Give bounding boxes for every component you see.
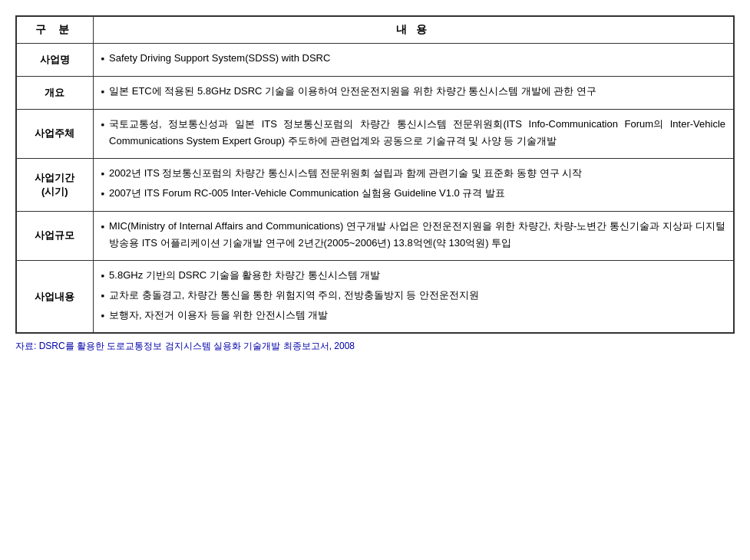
bullet-icon: ▪ (101, 117, 105, 134)
table-row: 사업규모▪MIC(Ministry of Internal Affairs an… (16, 211, 734, 261)
bullet-text: MIC(Ministry of Internal Affairs and Com… (109, 218, 725, 253)
row-content: ▪국토교통성, 정보통신성과 일본 ITS 정보통신포럼의 차량간 통신시스템 … (93, 109, 734, 159)
main-table: 구 분 내 용 사업명▪Safety Driving Support Syste… (15, 15, 735, 334)
row-label: 사업규모 (16, 211, 93, 261)
bullet-item: ▪교차로 충돌경고, 차량간 통신을 통한 위험지역 주의, 전방충돌방지 등 … (101, 287, 726, 305)
row-content: ▪일본 ETC에 적용된 5.8GHz DSRC 기술을 이용하여 안전운전지원… (93, 76, 734, 109)
bullet-icon: ▪ (101, 166, 105, 183)
row-content: ▪Safety Driving Support System(SDSS) wit… (93, 44, 734, 77)
row-label: 사업명 (16, 44, 93, 77)
bullet-icon: ▪ (101, 51, 105, 68)
bullet-item: ▪국토교통성, 정보통신성과 일본 ITS 정보통신포럼의 차량간 통신시스템 … (101, 116, 726, 151)
bullet-icon: ▪ (101, 268, 105, 285)
header-col2: 내 용 (93, 16, 734, 44)
table-row: 사업내용▪5.8GHz 기반의 DSRC 기술을 활용한 차량간 통신시스템 개… (16, 261, 734, 334)
table-row: 개요▪일본 ETC에 적용된 5.8GHz DSRC 기술을 이용하여 안전운전… (16, 76, 734, 109)
bullet-item: ▪보행자, 자전거 이용자 등을 위한 안전시스템 개발 (101, 307, 726, 325)
bullet-item: ▪일본 ETC에 적용된 5.8GHz DSRC 기술을 이용하여 안전운전지원… (101, 83, 726, 101)
bullet-item: ▪5.8GHz 기반의 DSRC 기술을 활용한 차량간 통신시스템 개발 (101, 267, 726, 285)
bullet-item: ▪2007년 ITS Forum RC-005 Inter-Vehicle Co… (101, 185, 726, 203)
header-col1: 구 분 (16, 16, 93, 44)
row-content: ▪2002년 ITS 정보통신포럼의 차량간 통신시스템 전문위원회 설립과 함… (93, 159, 734, 212)
bullet-text: 일본 ETC에 적용된 5.8GHz DSRC 기술을 이용하여 안전운전지원을… (109, 83, 596, 100)
row-label: 사업내용 (16, 261, 93, 334)
source-text: 자료: DSRC를 활용한 도로교통정보 검지시스템 실용화 기술개발 최종보고… (15, 340, 735, 353)
bullet-icon: ▪ (101, 288, 105, 305)
bullet-text: 보행자, 자전거 이용자 등을 위한 안전시스템 개발 (109, 307, 328, 324)
bullet-item: ▪MIC(Ministry of Internal Affairs and Co… (101, 218, 726, 253)
row-label: 개요 (16, 76, 93, 109)
bullet-icon: ▪ (101, 308, 105, 325)
bullet-text: 교차로 충돌경고, 차량간 통신을 통한 위험지역 주의, 전방충돌방지 등 안… (109, 287, 479, 305)
bullet-text: 5.8GHz 기반의 DSRC 기술을 활용한 차량간 통신시스템 개발 (109, 267, 380, 285)
bullet-icon: ▪ (101, 186, 105, 203)
table-row: 사업기간 (시기)▪2002년 ITS 정보통신포럼의 차량간 통신시스템 전문… (16, 159, 734, 212)
table-row: 사업명▪Safety Driving Support System(SDSS) … (16, 44, 734, 77)
row-content: ▪MIC(Ministry of Internal Affairs and Co… (93, 211, 734, 261)
table-row: 사업주체▪국토교통성, 정보통신성과 일본 ITS 정보통신포럼의 차량간 통신… (16, 109, 734, 159)
bullet-icon: ▪ (101, 219, 105, 236)
bullet-text: Safety Driving Support System(SDSS) with… (109, 50, 330, 68)
bullet-item: ▪2002년 ITS 정보통신포럼의 차량간 통신시스템 전문위원회 설립과 함… (101, 165, 726, 183)
main-container: 구 분 내 용 사업명▪Safety Driving Support Syste… (15, 15, 735, 353)
bullet-text: 국토교통성, 정보통신성과 일본 ITS 정보통신포럼의 차량간 통신시스템 전… (109, 116, 725, 151)
bullet-text: 2002년 ITS 정보통신포럼의 차량간 통신시스템 전문위원회 설립과 함께… (109, 165, 582, 183)
bullet-item: ▪Safety Driving Support System(SDSS) wit… (101, 50, 726, 68)
row-content: ▪5.8GHz 기반의 DSRC 기술을 활용한 차량간 통신시스템 개발▪교차… (93, 261, 734, 334)
bullet-icon: ▪ (101, 84, 105, 101)
row-label: 사업기간 (시기) (16, 159, 93, 212)
bullet-text: 2007년 ITS Forum RC-005 Inter-Vehicle Com… (109, 185, 505, 203)
row-label: 사업주체 (16, 109, 93, 159)
